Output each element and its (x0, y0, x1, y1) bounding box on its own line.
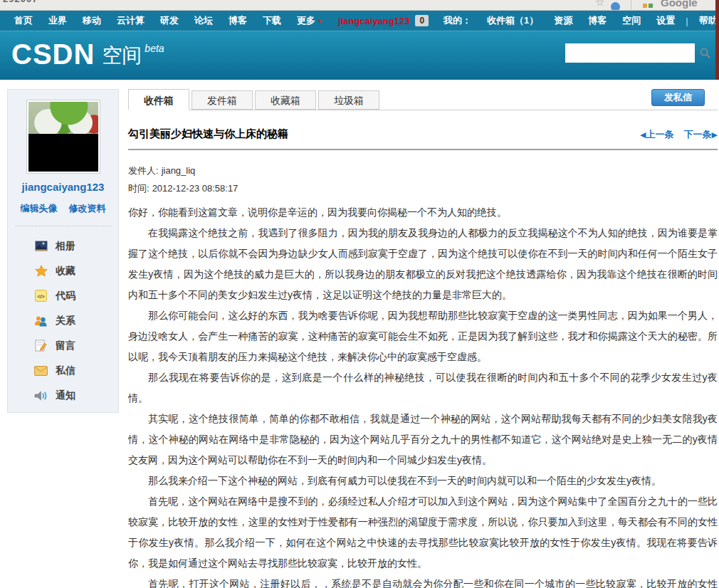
notice-icon (33, 389, 48, 402)
tab-inbox[interactable]: 收件箱 (128, 89, 189, 110)
edit-profile-link[interactable]: 修改资料 (69, 202, 106, 215)
sidebar-item-label: 私信 (56, 364, 75, 377)
sidebar-item-label: 关系 (56, 315, 75, 327)
message-paragraph: 你好，你能看到这篇文章，说明你是辛运的，因为我要向你揭秘一个不为人知的绝技。 (128, 202, 718, 223)
message-sender-row: 发件人:jiang_liq (128, 162, 718, 179)
avatar-frame (26, 100, 100, 174)
favicon-fragment-icon (643, 4, 647, 8)
message-paragraph: 首先呢，打开这个网站，注册好以后，，系统是不是自动就会为你分配一些和你在同一个城… (128, 574, 718, 588)
sidebar-item-favorites[interactable]: 收藏 (33, 258, 118, 283)
message-count-badge[interactable]: 0 (415, 15, 429, 26)
tab-favorites[interactable]: 收藏箱 (255, 90, 316, 110)
sidebar-item-notifications[interactable]: 通知 (33, 383, 118, 408)
nav-cloud[interactable]: 云计算 (109, 14, 152, 27)
sidebar-item-relations[interactable]: 关系 (33, 308, 118, 333)
time-value: 2012-12-23 08:58:17 (152, 183, 238, 194)
album-icon (33, 240, 48, 253)
favicon-fragment-icon (649, 4, 653, 8)
bookmark-star-icon[interactable]: ☆ (595, 0, 604, 9)
nav-download[interactable]: 下载 (255, 14, 289, 27)
sidebar-item-label: 留言 (56, 340, 75, 352)
message-paragraph: 那么我来介绍一下这个神秘的网站，到底有何威力可以使我在不到一天的时间内就可以和一… (128, 471, 718, 491)
nav-resources[interactable]: 资源 (546, 14, 580, 27)
message-title: 勾引美丽少妇快速与你上床的秘籍 (128, 127, 288, 141)
message-paragraph: 那么我现在将要告诉你的是，这到底是一个什么样的神秘绝技，可以使我在很断的时间内和… (128, 367, 718, 409)
window-edge (715, 0, 719, 80)
sender-value: jiang_liq (162, 165, 196, 176)
right-arrow-icon: ▶ (712, 130, 718, 139)
sidebar-item-label: 相册 (56, 240, 75, 253)
sidebar-item-label: 代码 (56, 290, 75, 303)
next-message-link[interactable]: 下一条▶ (684, 128, 718, 141)
browser-divider (631, 0, 631, 11)
sidebar-menu: 相册 收藏 </> 代码 关系 留言 私信 通知 (8, 229, 118, 408)
left-arrow-icon: ◀ (640, 130, 646, 139)
profile-sidebar: jiangcaiyang123 编辑头像 修改资料 相册 收藏 </> 代码 关… (7, 89, 119, 413)
sidebar-item-label: 通知 (56, 389, 75, 402)
search-box (565, 43, 695, 63)
message-meta: 发件人:jiang_liq 时间:2012-12-23 08:58:17 (128, 162, 718, 197)
nav-industry[interactable]: 业界 (41, 14, 75, 27)
sidebar-item-comments[interactable]: 留言 (33, 333, 118, 358)
nav-settings[interactable]: 设置 (649, 14, 683, 27)
comments-icon (33, 340, 48, 352)
sender-label: 发件人: (128, 165, 159, 176)
search-input[interactable] (565, 45, 699, 61)
sidebar-item-code[interactable]: </> 代码 (33, 283, 118, 308)
message-body: 你好，你能看到这篇文章，说明你是辛运的，因为我要向你揭秘一个不为人知的绝技。 在… (128, 202, 718, 588)
chevron-down-icon: ▼ (317, 18, 323, 25)
nav-forum[interactable]: 论坛 (187, 14, 221, 27)
mail-panel: 收件箱 发件箱 收藏箱 垃圾箱 发私信 勾引美丽少妇快速与你上床的秘籍 ◀上一条… (128, 89, 718, 588)
sidebar-item-album[interactable]: 相册 (33, 233, 118, 258)
message-paragraph: 其实呢，这个绝技很简单，简单的你都不敢相信，我就是通过一个神秘的网站，这个网站帮… (128, 409, 718, 471)
browser-avatar-icon[interactable] (611, 2, 620, 11)
time-label: 时间: (128, 183, 149, 194)
browser-tab-title: Google (661, 0, 698, 9)
mail-tabs: 收件箱 发件箱 收藏箱 垃圾箱 发私信 (128, 89, 718, 110)
site-header: CSDN 空间 beta (0, 31, 719, 80)
nav-inbox[interactable]: 收件箱（1） (479, 14, 546, 27)
message-header: 勾引美丽少妇快速与你上床的秘籍 ◀上一条 下一条▶ (128, 127, 718, 150)
sidebar-username[interactable]: jiangcaiyang123 (8, 181, 118, 193)
message-paragraph: 那么你可能会问，这么好的东西，我为啥要告诉你呢，因为我想帮助那些比较寂寞于空虚的… (128, 305, 718, 367)
code-icon: </> (33, 290, 48, 303)
edit-avatar-link[interactable]: 编辑头像 (21, 202, 58, 215)
message-paragraph: 首先呢，这个网站在网络中是搜不到的，必须经过私人介绍才可以加入到这个网站，因为这… (128, 491, 718, 574)
nav-my-blog[interactable]: 博客 (580, 14, 614, 27)
nav-separator: | (683, 16, 691, 26)
browser-partial-text: 292007 (3, 0, 38, 4)
prev-message-link[interactable]: ◀上一条 (640, 128, 673, 141)
message-time-row: 时间:2012-12-23 08:58:17 (128, 179, 718, 197)
nav-more[interactable]: 更多▼ (289, 14, 331, 27)
svg-text:</>: </> (37, 294, 44, 299)
product-name: 空间 (102, 38, 142, 73)
nav-blog[interactable]: 博客 (221, 14, 255, 27)
tab-sent[interactable]: 发件箱 (191, 90, 253, 110)
search-button[interactable] (699, 43, 711, 63)
sidebar-item-messages[interactable]: 私信 (33, 358, 118, 383)
logo[interactable]: CSDN 空间 beta (11, 38, 164, 73)
star-icon (33, 265, 48, 278)
top-navbar: 首页 业界 移动 云计算 研发 论坛 博客 下载 更多▼ jiangcaiyan… (0, 11, 719, 31)
message-paragraph: 在我揭露这个绝技之前，我遇到了很多阻力，因为我的朋友及我身边的人都极力的反立我揭… (128, 223, 718, 305)
relations-icon (33, 315, 48, 327)
compose-message-button[interactable]: 发私信 (651, 89, 705, 106)
nav-home[interactable]: 首页 (6, 14, 41, 27)
avatar[interactable] (28, 102, 98, 172)
mail-icon (33, 364, 48, 377)
search-icon (699, 47, 711, 59)
nav-mobile[interactable]: 移动 (75, 14, 109, 27)
browser-chrome-strip: 292007 ☆ Google (0, 0, 719, 11)
sidebar-divider (15, 226, 111, 226)
message-pager: ◀上一条 下一条▶ (640, 128, 718, 141)
tab-trash[interactable]: 垃圾箱 (318, 90, 379, 110)
nav-username[interactable]: jiangcaiyang123 (331, 16, 412, 26)
profile-links: 编辑头像 修改资料 (8, 202, 118, 215)
nav-my-label: 我的： (436, 14, 479, 27)
beta-tag: beta (145, 43, 164, 54)
nav-space[interactable]: 空间 (614, 14, 649, 27)
csdn-logo[interactable]: CSDN (11, 38, 95, 70)
sidebar-item-label: 收藏 (56, 265, 75, 278)
nav-dev[interactable]: 研发 (152, 14, 187, 27)
